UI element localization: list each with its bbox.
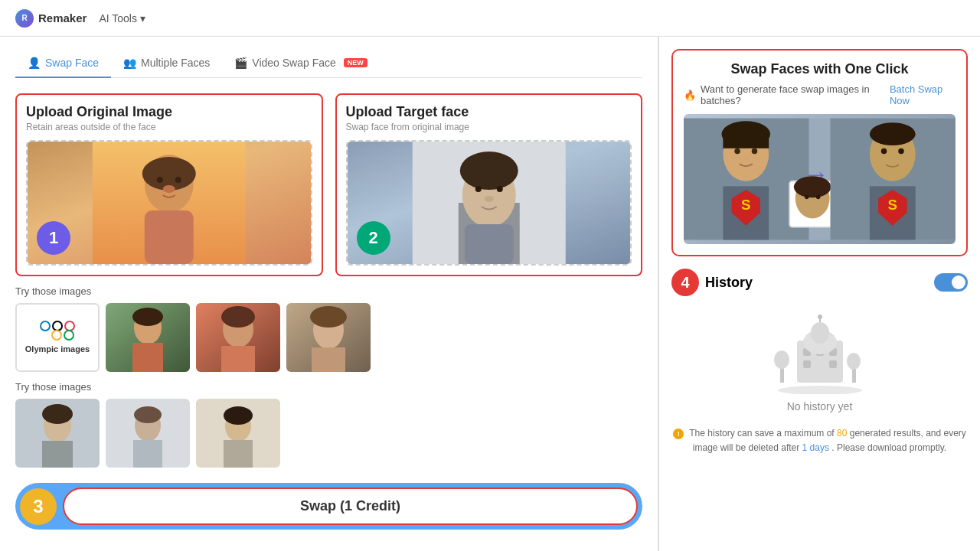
history-notice: ! The history can save a maximum of 80 g… <box>671 426 968 455</box>
svg-rect-3 <box>145 210 194 264</box>
ai-tools-button[interactable]: AI Tools ▾ <box>93 9 152 28</box>
original-thumb-1 <box>106 303 190 372</box>
svg-point-51 <box>794 176 831 197</box>
step-1-badge: 1 <box>37 221 70 255</box>
upload-row: Upload Original Image Retain areas outsi… <box>15 93 642 276</box>
history-section: 4 History <box>671 269 968 455</box>
ring-green <box>64 330 74 341</box>
try-original-image-2[interactable] <box>196 303 280 372</box>
svg-point-29 <box>42 404 73 424</box>
upload-target-box[interactable]: Upload Target face Swap face from origin… <box>335 93 643 276</box>
swap-credit-button[interactable]: Swap (1 Credit) <box>63 487 638 525</box>
svg-rect-43 <box>723 134 769 148</box>
upload-original-dropzone[interactable]: 1 <box>26 140 312 266</box>
svg-point-37 <box>224 406 253 425</box>
try-target-images <box>15 399 642 468</box>
olympic-images-label: Olympic images <box>25 344 90 354</box>
try-original-images: Olympic images <box>15 303 642 372</box>
history-header: 4 History <box>671 269 968 296</box>
try-original-label: Try those images <box>15 285 642 297</box>
svg-point-25 <box>310 306 347 328</box>
swap-button-area[interactable]: 3 Swap (1 Credit) <box>15 483 642 530</box>
tab-swap-face[interactable]: 👤 Swap Face <box>15 49 111 78</box>
face-swap-preview: S → <box>684 114 956 244</box>
history-toggle[interactable] <box>934 273 968 292</box>
target-thumb-1 <box>15 399 100 468</box>
history-title-area: 4 History <box>671 269 753 296</box>
upload-target-dropzone[interactable]: 2 <box>346 140 632 266</box>
warning-icon: ! <box>673 429 684 439</box>
upload-original-title: Upload Original Image <box>26 104 312 120</box>
batch-swap-link[interactable]: Batch Swap Now <box>890 83 956 106</box>
svg-point-17 <box>132 308 163 326</box>
svg-rect-22 <box>221 346 255 372</box>
try-target-image-2[interactable] <box>106 399 190 468</box>
svg-point-13 <box>484 196 493 202</box>
logo-icon: R <box>15 9 34 28</box>
ring-blue <box>40 321 51 331</box>
try-original-image-3[interactable] <box>286 303 371 372</box>
target-image-preview <box>348 142 631 264</box>
no-history-illustration <box>766 310 874 394</box>
ai-tools-label: AI Tools <box>99 12 137 24</box>
step-3-badge: 3 <box>20 488 57 525</box>
step-2-badge: 2 <box>357 221 390 255</box>
try-target-label: Try those images <box>15 381 642 393</box>
ring-yellow <box>51 330 62 341</box>
svg-point-65 <box>847 353 861 370</box>
try-target-section: Try those images <box>15 381 642 468</box>
header: R Remaker AI Tools ▾ <box>0 0 980 37</box>
svg-point-44 <box>734 148 740 154</box>
original-thumb-2 <box>196 303 280 372</box>
upload-target-subtitle: Swap face from original image <box>346 122 632 132</box>
svg-point-5 <box>157 177 163 183</box>
target-thumb-3 <box>196 399 280 468</box>
girl-photo-svg <box>28 142 311 264</box>
swap-faces-title: Swap Faces with One Click <box>684 61 956 77</box>
try-target-image-1[interactable] <box>15 399 100 468</box>
batch-notice: 🔥 Want to generate face swap images in b… <box>684 83 956 106</box>
svg-rect-71 <box>829 360 837 368</box>
swap-faces-card: Swap Faces with One Click 🔥 Want to gene… <box>671 49 968 256</box>
target-thumb-2 <box>106 399 190 468</box>
tab-video-swap[interactable]: 🎬 Video Swap Face NEW <box>222 49 379 78</box>
new-badge: NEW <box>344 58 368 67</box>
svg-point-11 <box>475 186 481 192</box>
original-thumb-3 <box>286 303 371 372</box>
svg-point-61 <box>778 386 862 394</box>
svg-point-53 <box>816 195 821 200</box>
svg-point-45 <box>752 148 757 154</box>
svg-rect-70 <box>803 360 811 368</box>
logo-text: Remaker <box>38 11 87 24</box>
svg-text:S: S <box>741 197 750 213</box>
right-panel: Swap Faces with One Click 🔥 Want to gene… <box>658 37 980 551</box>
history-title-text: History <box>705 275 753 291</box>
svg-rect-18 <box>132 343 163 372</box>
tab-multiple-faces[interactable]: 👥 Multiple Faces <box>111 49 222 78</box>
svg-point-33 <box>134 406 162 423</box>
svg-rect-14 <box>464 224 513 264</box>
svg-rect-38 <box>224 440 253 468</box>
svg-rect-34 <box>133 440 162 468</box>
upload-original-box[interactable]: Upload Original Image Retain areas outsi… <box>15 93 323 276</box>
days-text: 1 days <box>802 442 829 453</box>
try-original-section: Try those images Olympic images <box>15 285 642 372</box>
try-original-image-1[interactable] <box>106 303 190 372</box>
logo-area: R Remaker <box>15 9 87 28</box>
video-icon: 🎬 <box>234 57 247 69</box>
svg-point-57 <box>881 148 887 154</box>
max-count-text: 80 <box>837 428 847 439</box>
olympic-images-tile[interactable]: Olympic images <box>15 303 100 372</box>
chevron-down-icon: ▾ <box>140 12 145 24</box>
tabs: 👤 Swap Face 👥 Multiple Faces 🎬 Video Swa… <box>15 49 642 78</box>
main-container: 👤 Swap Face 👥 Multiple Faces 🎬 Video Swa… <box>0 37 980 551</box>
step-4-badge: 4 <box>671 269 699 296</box>
olympic-rings-bottom <box>51 330 74 341</box>
guy-photo-svg <box>348 142 631 264</box>
svg-point-6 <box>175 177 181 183</box>
superman-preview-svg: S → <box>684 114 956 244</box>
try-target-image-3[interactable] <box>196 399 280 468</box>
no-history-area: No history yet <box>766 302 874 420</box>
svg-point-4 <box>163 185 175 193</box>
svg-point-73 <box>811 322 829 344</box>
